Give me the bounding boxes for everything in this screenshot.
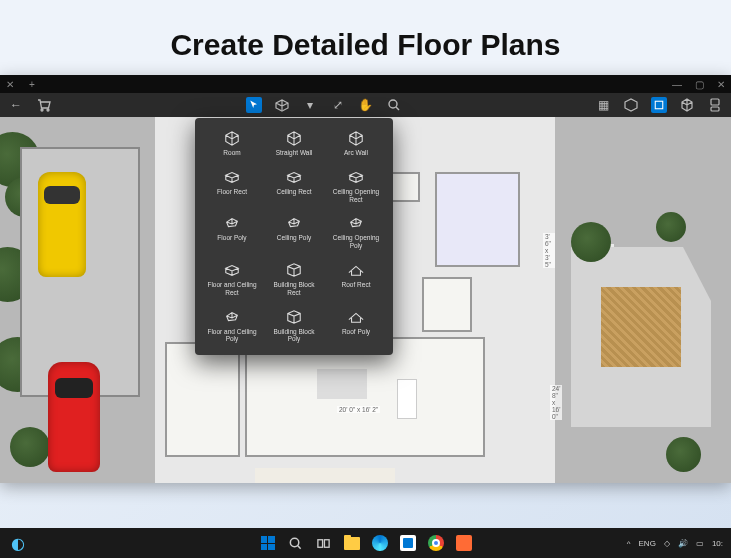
car-red <box>48 362 100 472</box>
svg-rect-8 <box>324 539 329 547</box>
hand-tool[interactable]: ✋ <box>358 97 374 113</box>
block-icon <box>285 309 303 325</box>
svg-point-2 <box>389 100 397 108</box>
block-icon <box>285 262 303 278</box>
task-view-icon[interactable] <box>314 533 334 553</box>
dropdown-item-ceiling-opening-poly[interactable]: Ceiling Opening Poly <box>327 213 385 252</box>
volume-icon[interactable]: 🔊 <box>678 539 688 548</box>
layers-icon[interactable]: ▦ <box>595 97 611 113</box>
poly-icon <box>347 215 365 231</box>
dropdown-item-arc-wall[interactable]: Arc Wall <box>327 128 385 159</box>
dropdown-item-floor-poly[interactable]: Floor Poly <box>203 213 261 252</box>
dropdown-item-label: Floor and Ceiling Poly <box>205 328 259 344</box>
counter <box>397 379 417 419</box>
new-tab-icon[interactable]: + <box>26 78 38 90</box>
poly-icon <box>223 309 241 325</box>
dropdown-item-floor-and-ceiling-poly[interactable]: Floor and Ceiling Poly <box>203 307 261 346</box>
minimize-icon[interactable]: — <box>671 78 683 90</box>
cart-icon[interactable] <box>36 97 52 113</box>
furniture-tool[interactable]: ▾ <box>302 97 318 113</box>
patio-furniture <box>255 468 395 483</box>
titlebar: ✕ + — ▢ ✕ <box>0 75 731 93</box>
patio-deck <box>601 287 681 367</box>
edge-icon[interactable] <box>370 533 390 553</box>
svg-point-0 <box>41 109 43 111</box>
dropdown-item-building-block-poly[interactable]: Building Block Poly <box>265 307 323 346</box>
kitchen-island <box>317 369 367 399</box>
app-icon[interactable] <box>454 533 474 553</box>
chrome-icon[interactable] <box>426 533 446 553</box>
dropdown-item-label: Ceiling Poly <box>277 234 311 242</box>
roof-icon <box>347 309 365 325</box>
rect-icon <box>347 169 365 185</box>
dropdown-item-label: Building Block Rect <box>267 281 321 297</box>
svg-point-6 <box>290 538 298 546</box>
poly-icon <box>285 215 303 231</box>
file-explorer-icon[interactable] <box>342 533 362 553</box>
room-dimension: 3' 6" x 3' 5" <box>543 233 555 268</box>
widgets-icon[interactable]: ◐ <box>8 533 28 553</box>
wifi-icon[interactable]: ◇ <box>664 539 670 548</box>
maximize-icon[interactable]: ▢ <box>693 78 705 90</box>
cube-icon <box>347 130 365 146</box>
close-icon[interactable]: ✕ <box>715 78 727 90</box>
car-yellow <box>38 172 86 277</box>
rect-icon <box>223 169 241 185</box>
roof-icon <box>347 262 365 278</box>
dropdown-item-roof-rect[interactable]: Roof Rect <box>327 260 385 299</box>
dropdown-item-label: Building Block Poly <box>267 328 321 344</box>
dropdown-item-building-block-rect[interactable]: Building Block Rect <box>265 260 323 299</box>
view-2d-button[interactable] <box>651 97 667 113</box>
svg-point-1 <box>47 109 49 111</box>
language-indicator[interactable]: ENG <box>639 539 656 548</box>
room <box>165 342 240 457</box>
dropdown-item-roof-poly[interactable]: Roof Poly <box>327 307 385 346</box>
search-taskbar-icon[interactable] <box>286 533 306 553</box>
close-tab-icon[interactable]: ✕ <box>4 78 16 90</box>
dropdown-item-label: Floor Poly <box>217 234 246 242</box>
clock[interactable]: 10: <box>712 539 723 548</box>
outdoor-patio <box>571 247 711 427</box>
dropdown-item-label: Ceiling Opening Rect <box>329 188 383 204</box>
start-button[interactable] <box>258 533 278 553</box>
dropdown-item-label: Floor Rect <box>217 188 247 196</box>
dropdown-item-label: Ceiling Rect <box>276 188 311 196</box>
rect-icon <box>223 262 241 278</box>
toolbar: ← ▾ ⤢ ✋ ▦ <box>0 93 731 117</box>
dropdown-item-label: Floor and Ceiling Rect <box>205 281 259 297</box>
dropdown-item-ceiling-poly[interactable]: Ceiling Poly <box>265 213 323 252</box>
windows-taskbar: ◐ ^ ENG ◇ 🔊 ▭ 10: <box>0 528 731 558</box>
measure-tool[interactable]: ⤢ <box>330 97 346 113</box>
search-icon[interactable] <box>386 97 402 113</box>
view-3d-button[interactable] <box>679 97 695 113</box>
back-button[interactable]: ← <box>8 97 24 113</box>
tray-chevron-icon[interactable]: ^ <box>627 539 631 548</box>
settings-icon[interactable] <box>707 97 723 113</box>
svg-rect-5 <box>711 107 719 111</box>
build-tool[interactable] <box>274 97 290 113</box>
cube-icon <box>223 130 241 146</box>
select-tool[interactable] <box>246 97 262 113</box>
store-icon[interactable] <box>398 533 418 553</box>
dropdown-item-label: Roof Rect <box>342 281 371 289</box>
dropdown-item-straight-wall[interactable]: Straight Wall <box>265 128 323 159</box>
dropdown-item-label: Roof Poly <box>342 328 370 336</box>
room-dimension: 24' 8" x 16' 0" <box>550 385 562 420</box>
tree-decoration <box>656 212 686 242</box>
dropdown-item-floor-rect[interactable]: Floor Rect <box>203 167 261 206</box>
dropdown-item-room[interactable]: Room <box>203 128 261 159</box>
dropdown-item-floor-and-ceiling-rect[interactable]: Floor and Ceiling Rect <box>203 260 261 299</box>
dropdown-item-ceiling-rect[interactable]: Ceiling Rect <box>265 167 323 206</box>
room <box>422 277 472 332</box>
battery-icon[interactable]: ▭ <box>696 539 704 548</box>
poly-icon <box>223 215 241 231</box>
cube-icon[interactable] <box>623 97 639 113</box>
room-dimension: 20' 0" x 16' 2" <box>337 406 380 413</box>
svg-rect-4 <box>711 99 719 105</box>
room <box>435 172 520 267</box>
tree-decoration <box>571 222 611 262</box>
dropdown-item-ceiling-opening-rect[interactable]: Ceiling Opening Rect <box>327 167 385 206</box>
dropdown-item-label: Arc Wall <box>344 149 368 157</box>
tree-decoration <box>666 437 701 472</box>
svg-rect-7 <box>318 539 323 547</box>
